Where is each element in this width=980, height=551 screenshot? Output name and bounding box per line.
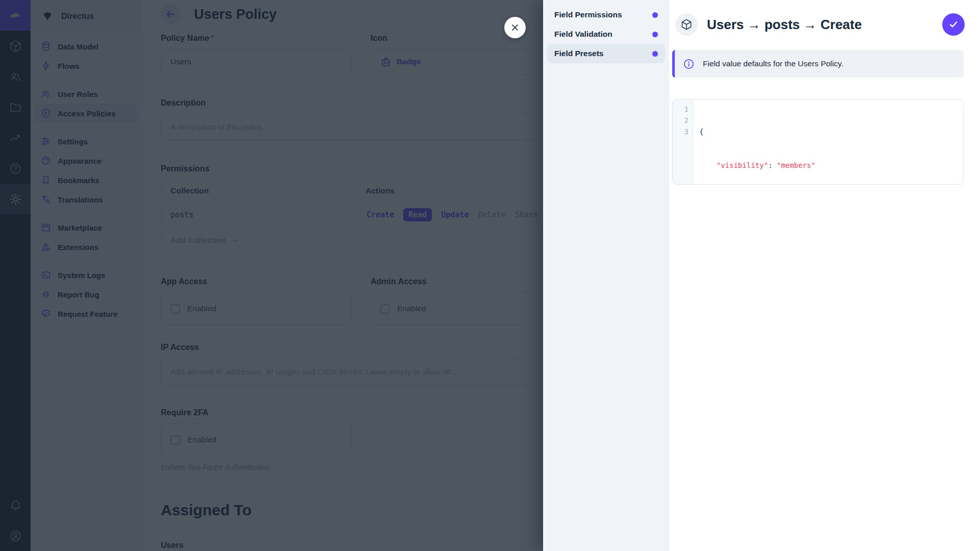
- save-button[interactable]: [942, 13, 965, 36]
- drawer-nav-field-presets[interactable]: Field Presets: [547, 44, 665, 63]
- box-icon: [680, 18, 693, 31]
- drawer-nav-label: Field Permissions: [554, 10, 622, 19]
- code-line: "visibility": "members": [699, 160, 816, 171]
- drawer-header: Users → posts → Create: [669, 0, 980, 46]
- status-dot: [652, 32, 658, 37]
- drawer-nav-label: Field Presets: [554, 49, 604, 58]
- drawer-nav: Field Permissions Field Validation Field…: [543, 0, 669, 551]
- code-content: { "visibility": "members" }: [693, 99, 816, 184]
- drawer-nav-label: Field Validation: [554, 30, 612, 39]
- status-dot: [652, 12, 658, 18]
- drawer-main: Users → posts → Create Field value defau…: [669, 0, 980, 551]
- drawer-title: Users → posts → Create: [707, 17, 942, 33]
- info-banner: Field value defaults for the Users Polic…: [672, 50, 964, 78]
- field-presets-drawer: Field Permissions Field Validation Field…: [543, 0, 980, 551]
- info-banner-text: Field value defaults for the Users Polic…: [703, 59, 843, 68]
- drawer-close-button[interactable]: [504, 17, 526, 38]
- check-icon: [948, 19, 959, 30]
- status-dot: [652, 51, 658, 57]
- code-line-numbers: 1 2 3: [673, 99, 693, 184]
- info-icon: [683, 58, 695, 70]
- code-line: {: [699, 126, 816, 137]
- drawer-nav-field-validation[interactable]: Field Validation: [547, 24, 665, 44]
- directus-app: Directus Data Model Flows: [0, 0, 980, 551]
- presets-code-editor[interactable]: 1 2 3 { "visibility": "members" }: [672, 99, 964, 185]
- drawer-nav-field-permissions[interactable]: Field Permissions: [547, 5, 665, 24]
- drawer-header-icon-circle: [675, 13, 698, 36]
- close-icon: [510, 22, 520, 33]
